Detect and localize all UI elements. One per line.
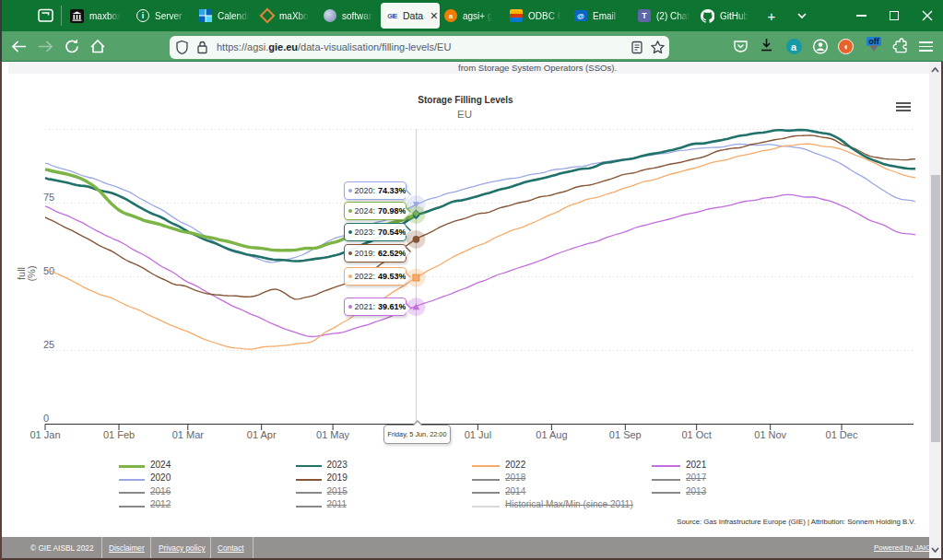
- svg-text:01 Dec: 01 Dec: [826, 429, 858, 440]
- svg-text:01 Sep: 01 Sep: [609, 429, 642, 440]
- svg-text:01 Feb: 01 Feb: [103, 429, 135, 440]
- svg-text:01 Apr: 01 Apr: [247, 429, 277, 440]
- svg-text:0: 0: [43, 413, 49, 424]
- svg-text:01 Jul: 01 Jul: [465, 429, 491, 440]
- svg-text:01 Nov: 01 Nov: [754, 429, 786, 440]
- svg-text:01 Aug: 01 Aug: [536, 429, 567, 440]
- svg-text:25: 25: [43, 339, 54, 350]
- svg-text:01 May: 01 May: [316, 429, 350, 440]
- svg-text:01 Jan: 01 Jan: [29, 429, 60, 440]
- svg-text:75: 75: [43, 192, 54, 203]
- svg-text:(%): (%): [26, 265, 37, 281]
- svg-text:01 Mar: 01 Mar: [172, 429, 205, 440]
- svg-text:01 Oct: 01 Oct: [681, 429, 711, 440]
